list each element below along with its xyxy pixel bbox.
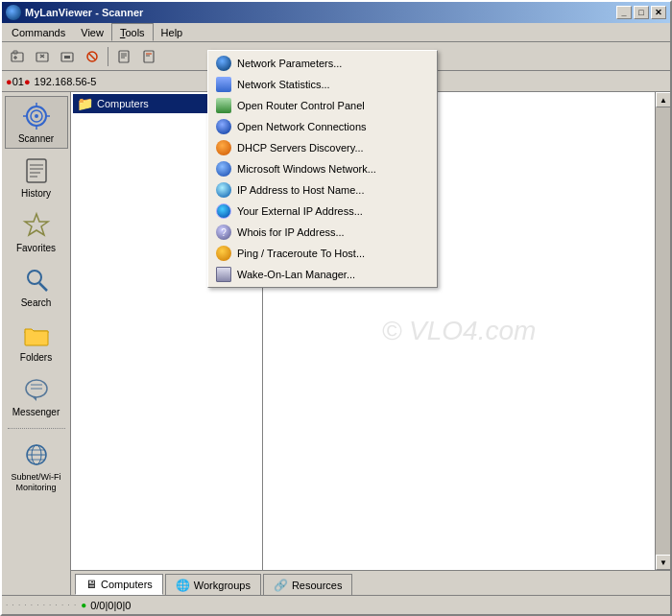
sidebar-label-subnet: Subnet/Wi-FiMonitoring [11, 472, 60, 493]
menu-item-ms-network[interactable]: Microsoft Windows Network... [208, 158, 437, 179]
sidebar-divider [8, 428, 65, 429]
toolbar-sep-1 [108, 47, 108, 66]
status-indicator-green: ● [81, 600, 86, 610]
menu-item-ext-ip[interactable]: Your External IP Address... [208, 201, 437, 222]
toolbar-icon-5 [116, 49, 132, 64]
wol-icon [216, 267, 231, 282]
search-icon [21, 265, 52, 296]
title-bar: MyLanViewer - Scanner _ □ ✕ [2, 2, 670, 23]
scroll-up-button[interactable]: ▲ [656, 92, 670, 107]
toolbar-icon-3 [60, 49, 75, 64]
svg-rect-11 [119, 51, 129, 62]
svg-point-20 [35, 114, 38, 118]
sidebar-label-folders: Folders [20, 352, 52, 363]
menu-view[interactable]: View [73, 23, 111, 41]
watermark: © VLO4.com [382, 316, 537, 346]
close-button[interactable]: ✕ [651, 6, 666, 19]
svg-rect-8 [64, 56, 70, 59]
sidebar-item-search[interactable]: Search [5, 260, 68, 313]
app-icon [6, 5, 21, 20]
menu-item-ip-host-label: IP Address to Host Name... [237, 184, 364, 196]
sidebar-label-scanner: Scanner [18, 133, 54, 144]
menu-help[interactable]: Help [154, 23, 191, 41]
tab-computers-label: Computers [101, 579, 153, 590]
svg-rect-25 [27, 159, 46, 182]
title-buttons: _ □ ✕ [616, 6, 666, 19]
sidebar-label-messenger: Messenger [12, 407, 60, 417]
toolbar-btn-6[interactable] [137, 46, 160, 67]
tab-computers-icon: 🖥 [85, 578, 97, 591]
subnet-icon [21, 439, 52, 470]
toolbar-icon-6 [141, 49, 156, 64]
menu-item-network-stats[interactable]: Network Statistics... [208, 74, 437, 95]
menu-item-ping[interactable]: Ping / Traceroute To Host... [208, 243, 437, 264]
tab-workgroups[interactable]: 🌐 Workgroups [165, 574, 261, 595]
scroll-track[interactable] [656, 107, 670, 555]
svg-line-10 [89, 54, 95, 59]
sidebar-label-history: History [21, 188, 51, 199]
window-title: MyLanViewer - Scanner [25, 7, 143, 18]
menu-item-network-stats-label: Network Statistics... [237, 79, 330, 90]
tab-resources[interactable]: 🔗 Resources [263, 574, 353, 595]
menu-item-wol-label: Wake-On-Lan Manager... [237, 269, 355, 280]
menu-item-network-params[interactable]: Network Parameters... [208, 53, 437, 74]
svg-point-31 [28, 271, 41, 284]
svg-rect-4 [36, 53, 48, 61]
maximize-button[interactable]: □ [634, 6, 649, 19]
sidebar-item-scanner[interactable]: Scanner [5, 96, 68, 149]
menu-item-dhcp[interactable]: DHCP Servers Discovery... [208, 137, 437, 158]
menu-commands[interactable]: Commands [4, 23, 73, 41]
scroll-down-button[interactable]: ▼ [656, 555, 670, 570]
toolbar-icon-1 [10, 49, 25, 64]
menu-item-ping-label: Ping / Traceroute To Host... [237, 248, 365, 259]
sidebar-item-favorites[interactable]: Favorites [5, 205, 68, 258]
menu-item-ip-host[interactable]: IP Address to Host Name... [208, 179, 437, 201]
menu-tools-label: Tools [120, 27, 145, 38]
svg-marker-30 [25, 214, 48, 235]
sidebar-item-subnet[interactable]: Subnet/Wi-FiMonitoring [5, 435, 68, 498]
menu-item-wol[interactable]: Wake-On-Lan Manager... [208, 264, 437, 285]
menu-item-open-router-label: Open Router Control Panel [237, 100, 365, 111]
toolbar-btn-5[interactable] [112, 46, 135, 67]
toolbar-btn-2[interactable] [31, 46, 54, 67]
toolbar-icon-2 [35, 49, 50, 64]
menu-tools[interactable]: Tools [111, 23, 154, 41]
router-icon [216, 98, 231, 113]
bottom-tabs: 🖥 Computers 🌐 Workgroups 🔗 Resources [71, 570, 670, 595]
status-text: 0/0|0|0|0 [90, 600, 131, 611]
toolbar-btn-1[interactable] [6, 46, 29, 67]
menu-item-open-connections[interactable]: Open Network Connections [208, 116, 437, 137]
toolbar-icon-4 [84, 49, 100, 64]
svg-rect-33 [25, 331, 48, 345]
tree-item-label: Computers [97, 98, 149, 109]
tab-computers[interactable]: 🖥 Computers [75, 574, 163, 595]
minimize-button[interactable]: _ [616, 6, 632, 19]
favorites-icon [21, 210, 52, 241]
status-dots-area: · · · · · · · · · · · · [6, 601, 77, 609]
connections-icon [216, 119, 231, 134]
menu-help-label: Help [161, 27, 183, 38]
history-icon [21, 155, 52, 186]
scrollbar-vertical: ▲ ▼ [655, 92, 670, 570]
menu-view-label: View [81, 27, 104, 38]
menu-item-open-router[interactable]: Open Router Control Panel [208, 95, 437, 116]
sidebar-item-messenger[interactable]: Messenger [5, 369, 68, 422]
sidebar-item-history[interactable]: History [5, 151, 68, 203]
sidebar-item-folders[interactable]: Folders [5, 315, 68, 367]
ping-icon [216, 246, 231, 261]
folders-icon [21, 320, 52, 350]
tools-dropdown-menu: Network Parameters... Network Statistics… [207, 50, 438, 288]
sidebar: Scanner History [2, 92, 71, 595]
tab-workgroups-label: Workgroups [194, 580, 251, 591]
toolbar-btn-3[interactable] [56, 46, 79, 67]
ms-network-icon [216, 161, 231, 177]
menu-item-open-connections-label: Open Network Connections [237, 121, 367, 132]
menu-item-whois-label: Whois for IP Address... [237, 226, 345, 238]
toolbar-btn-4[interactable] [81, 46, 104, 67]
menu-item-dhcp-label: DHCP Servers Discovery... [237, 142, 364, 154]
title-bar-left: MyLanViewer - Scanner [6, 5, 143, 20]
tab-resources-icon: 🔗 [274, 579, 288, 592]
messenger-icon [21, 374, 52, 405]
menu-item-whois[interactable]: ? Whois for IP Address... [208, 222, 437, 243]
tab-workgroups-icon: 🌐 [176, 579, 190, 592]
